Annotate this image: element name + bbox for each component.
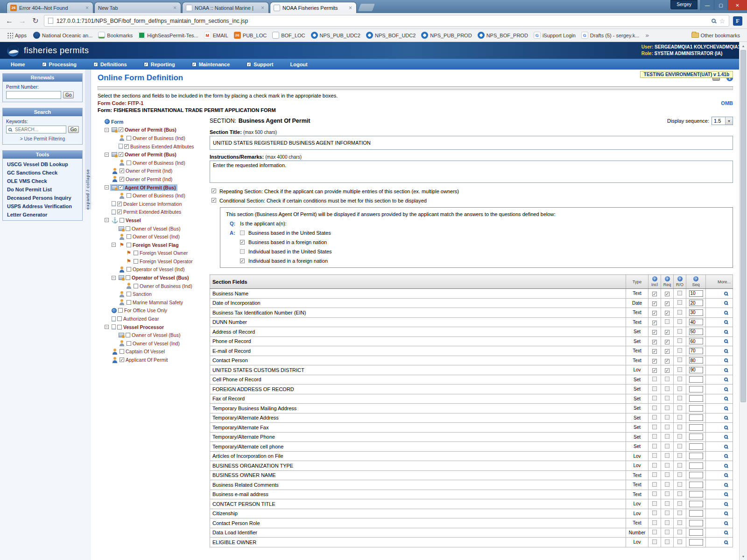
scroll-up-icon[interactable]: ▲ (740, 42, 747, 49)
tree-checkbox[interactable] (127, 292, 131, 296)
incl-checkbox[interactable]: ✓ (652, 340, 657, 344)
field-detail-icon[interactable] (724, 406, 728, 410)
tree-checkbox[interactable] (127, 267, 131, 272)
collapse-icon[interactable]: − (112, 276, 116, 280)
omb-link[interactable]: OMB (721, 100, 733, 106)
bookmark-star-icon[interactable]: ☆ (719, 17, 725, 25)
tree-item[interactable]: Captain Of Vessel (98, 348, 206, 356)
req-checkbox[interactable]: ✓ (665, 330, 669, 335)
answer-checkbox[interactable] (240, 231, 245, 235)
ro-checkbox[interactable] (677, 415, 682, 420)
req-checkbox[interactable] (665, 520, 669, 525)
ro-checkbox[interactable] (677, 530, 682, 534)
collapse-icon[interactable]: − (105, 153, 109, 157)
req-checkbox[interactable] (665, 501, 669, 506)
tree-checkbox[interactable]: ✓ (119, 152, 123, 157)
conditional-section-checkbox[interactable]: ✓ (211, 198, 216, 203)
ro-checkbox[interactable] (677, 338, 682, 343)
field-detail-icon[interactable] (724, 339, 728, 343)
seq-input[interactable] (689, 510, 703, 517)
tree-checkbox[interactable] (127, 300, 131, 305)
ro-checkbox[interactable] (677, 539, 682, 544)
reload-icon[interactable]: ↻ (31, 16, 40, 25)
bookmarks-overflow-icon[interactable]: » (643, 32, 650, 39)
tree-item[interactable]: Owner of Business (Ind) (98, 282, 206, 290)
field-detail-icon[interactable] (724, 445, 728, 448)
tree-item[interactable]: Authorized Gear (98, 315, 206, 323)
seq-input[interactable] (689, 386, 703, 392)
incl-checkbox[interactable] (652, 434, 657, 439)
tree-checkbox[interactable] (117, 316, 122, 321)
tree-checkbox[interactable] (126, 333, 130, 337)
field-detail-icon[interactable] (724, 502, 728, 506)
permit-filtering-link[interactable]: > Use Permit Filtering (6, 136, 79, 141)
tree-checkbox[interactable] (127, 193, 131, 198)
field-detail-icon[interactable] (724, 540, 728, 544)
tree-item-body[interactable]: ✓Owner of Permit (Ind) (110, 175, 174, 182)
browser-tab[interactable]: New Tab× (94, 2, 181, 13)
req-checkbox[interactable] (665, 491, 669, 496)
tool-link-gc-sanctions-check[interactable]: GC Sanctions Check (5, 168, 80, 177)
tree-item-body[interactable]: ✓Applicant Of Permit (110, 357, 169, 364)
ro-checkbox[interactable] (677, 386, 682, 391)
tree-checkbox[interactable] (127, 234, 131, 239)
tree-item-body[interactable]: Owner of Vessel (Ind) (117, 340, 181, 347)
tree-item-body[interactable]: Captain Of Vessel (110, 348, 166, 355)
seq-input[interactable] (689, 376, 703, 383)
field-detail-icon[interactable] (724, 397, 728, 400)
tree-item[interactable]: Owner of Vessel (Bus) (98, 224, 206, 233)
tool-link-letter-generator[interactable]: Letter Generator (5, 210, 80, 219)
req-checkbox[interactable]: ✓ (665, 301, 669, 306)
req-checkbox[interactable] (665, 453, 669, 458)
tool-link-do-not-permit-list[interactable]: Do Not Permit List (5, 185, 80, 194)
tree-item[interactable]: Owner of Vessel (Ind) (98, 232, 206, 241)
req-checkbox[interactable]: ✓ (665, 368, 669, 373)
ro-checkbox[interactable] (677, 520, 682, 525)
req-checkbox[interactable] (665, 444, 669, 448)
bookmark-item[interactable]: NPS_PUB_PROD (419, 31, 474, 40)
tree-checkbox[interactable] (120, 349, 124, 354)
nav-item-definitions[interactable]: ✓Definitions (85, 59, 135, 70)
incl-checkbox[interactable] (652, 396, 657, 400)
answer-checkbox[interactable] (240, 249, 245, 254)
incl-checkbox[interactable] (652, 530, 657, 534)
field-detail-icon[interactable] (724, 387, 728, 391)
collapse-icon[interactable]: − (105, 218, 109, 222)
ro-checkbox[interactable] (677, 425, 682, 429)
seq-input[interactable] (689, 424, 703, 431)
nav-item-support[interactable]: ✓Support (239, 59, 281, 70)
field-detail-icon[interactable] (724, 292, 728, 295)
req-checkbox[interactable]: ✓ (665, 349, 669, 354)
tree-item[interactable]: −✓Agent Of Permit (Bus) (98, 183, 206, 192)
tree-item-body[interactable]: Owner of Vessel (Ind) (117, 233, 181, 240)
maximize-button[interactable]: ▢ (714, 0, 727, 10)
tree-item-body[interactable]: For Office Use Only (110, 307, 169, 314)
field-detail-icon[interactable] (724, 349, 728, 353)
tool-link-uscg-vessel-db-lookup[interactable]: USCG Vessel DB Lookup (5, 160, 80, 168)
tree-item-body[interactable]: Owner of Vessel (Bus) (117, 332, 182, 338)
tree-item-body[interactable]: Owner of Business (Ind) (117, 192, 187, 199)
tree-item-body[interactable]: ⚑Foreign Vessel Operator (124, 258, 194, 265)
expand-collapse-strip[interactable]: expand / collapse (85, 70, 91, 210)
seq-input[interactable] (689, 290, 703, 297)
req-checkbox[interactable]: ✓ (665, 292, 669, 296)
tree-item-body[interactable]: Owner of Business (Ind) (117, 134, 187, 141)
tree-item-body[interactable]: ✓Agent Of Permit (Bus) (110, 184, 177, 191)
req-checkbox[interactable] (665, 482, 669, 487)
search-go-button[interactable]: Go (68, 126, 79, 133)
tree-item[interactable]: ✓Owner of Permit (Ind) (98, 175, 206, 183)
ro-checkbox[interactable] (677, 511, 682, 515)
seq-input[interactable] (689, 329, 703, 335)
ro-checkbox[interactable] (677, 491, 682, 496)
field-detail-icon[interactable] (724, 483, 728, 487)
ro-checkbox[interactable] (677, 300, 682, 305)
req-checkbox[interactable] (665, 511, 669, 515)
collapse-icon[interactable]: − (112, 243, 116, 247)
incl-checkbox[interactable]: ✓ (652, 311, 657, 315)
ro-checkbox[interactable] (677, 310, 682, 315)
minimize-button[interactable]: — (700, 0, 714, 10)
ro-checkbox[interactable] (677, 291, 682, 295)
tree-item-body[interactable]: ⚓Vessel (110, 217, 142, 224)
ro-checkbox[interactable] (677, 482, 682, 487)
tree-item-body[interactable]: Vessel Processor (110, 324, 165, 330)
